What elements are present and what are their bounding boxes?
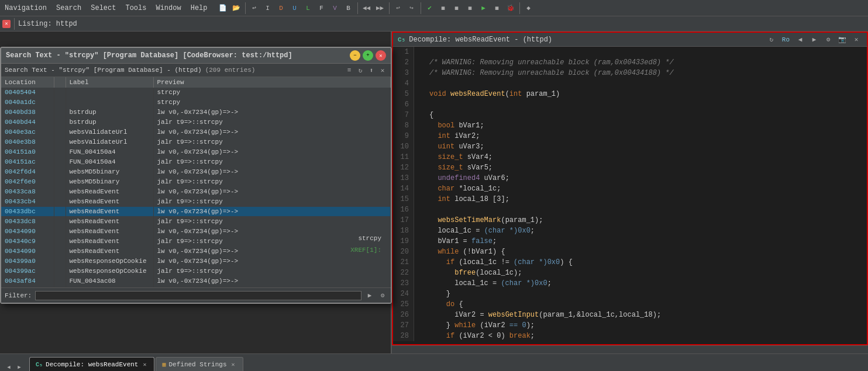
- decompiler-nav-fwd[interactable]: ▶: [808, 34, 820, 46]
- cell-location: 0043af84: [1, 276, 54, 286]
- undo-icon[interactable]: ↩: [249, 2, 260, 14]
- decompiler-title-text: C₅ Decompile: websReadEvent - (httpd): [398, 36, 552, 44]
- bug-icon[interactable]: 🐞: [505, 2, 516, 14]
- code-area[interactable]: 1 2/* WARNING: Removing unreachable bloc…: [392, 47, 868, 345]
- decompiler-close-icon[interactable]: ✕: [850, 34, 862, 46]
- menu-select[interactable]: Select: [88, 4, 118, 13]
- cell-location: 0040bd44: [1, 117, 54, 127]
- step2-icon[interactable]: ↪: [406, 2, 418, 14]
- tab-defined-strings[interactable]: ▦ Defined Strings ✕: [156, 357, 243, 371]
- table-row[interactable]: 004399ac websResponseOpCookie jalr t9=>:…: [1, 266, 391, 276]
- stop-icon[interactable]: ◼: [491, 2, 503, 14]
- open-icon[interactable]: 📂: [230, 2, 242, 14]
- table-row[interactable]: 00433dc8 websReadEvent jalr t9=>::strcpy: [1, 217, 391, 227]
- table-row[interactable]: 0040bd38 bstrdup lw v0,-0x7234(gp)=>->: [1, 108, 391, 117]
- tab-decompile-websreadevent[interactable]: C₅ Decompile: websReadEvent ✕: [29, 357, 154, 371]
- cell-preview: strcpy: [153, 98, 391, 108]
- code-line: 20 while (!bVar1) {: [393, 247, 867, 257]
- table-row[interactable]: 0040a1dc strcpy: [1, 98, 391, 108]
- filter-go-icon[interactable]: ▶: [365, 291, 374, 300]
- tool-f[interactable]: F: [316, 2, 328, 14]
- table-row[interactable]: 00434090 websReadEvent lw v0,-0x7234(gp)…: [1, 247, 391, 256]
- tool-d[interactable]: D: [275, 2, 287, 14]
- nav3-icon[interactable]: ◼: [464, 2, 476, 14]
- left-panel: Search Text - "strcpy" [Program Database…: [0, 32, 392, 353]
- results-export-icon[interactable]: ⬆: [367, 65, 376, 75]
- table-row[interactable]: 004399a0 websResponseOpCookie lw v0,-0x7…: [1, 256, 391, 266]
- menu-navigation[interactable]: Navigation: [2, 4, 49, 13]
- redo-icon[interactable]: I: [262, 2, 274, 14]
- tool-v[interactable]: V: [329, 2, 341, 14]
- menu-tools[interactable]: Tools: [123, 4, 149, 13]
- back-icon[interactable]: ◀◀: [361, 2, 373, 14]
- nav2-icon[interactable]: ◼: [451, 2, 463, 14]
- cell-location: 00433dbc: [1, 207, 54, 217]
- table-row[interactable]: 004151ac FUN_004150a4 jalr t9=>::strcpy: [1, 157, 391, 167]
- cell-namespace: websReadEvent: [66, 207, 153, 217]
- cell-label: [54, 108, 66, 117]
- cell-location: 004151ac: [1, 157, 54, 167]
- table-row[interactable]: 0040e3b8 websValidateUrl jalr t9=>::strc…: [1, 137, 391, 147]
- cell-location: 004340c9: [1, 237, 54, 247]
- table-row[interactable]: 0043af84 FUN_0043ac08 lw v0,-0x7234(gp)=…: [1, 276, 391, 286]
- table-row[interactable]: 00433dbc websReadEvent lw v0,-0x7234(gp)…: [1, 207, 391, 217]
- decompiler-settings-icon[interactable]: ⚙: [822, 34, 834, 46]
- results-table-wrapper[interactable]: Location Label Preview 00405404 strcpy 0…: [1, 77, 391, 287]
- tool-u[interactable]: U: [289, 2, 301, 14]
- run-icon[interactable]: ▶: [478, 2, 490, 14]
- horizontal-scrollbar[interactable]: [392, 345, 868, 353]
- table-row[interactable]: 00433ca8 websReadEvent lw v0,-0x7234(gp)…: [1, 187, 391, 197]
- cell-location: 004151a0: [1, 147, 54, 157]
- col-namespace[interactable]: Label: [66, 77, 153, 88]
- close-button[interactable]: ✕: [376, 50, 386, 61]
- col-label[interactable]: [54, 77, 66, 88]
- tool-l[interactable]: L: [302, 2, 314, 14]
- cell-namespace: bstrdup: [66, 108, 153, 117]
- tab-arrow-left[interactable]: ◀: [5, 363, 13, 371]
- tab-strings-close[interactable]: ✕: [230, 361, 237, 368]
- filter-settings-icon[interactable]: ⚙: [378, 291, 387, 300]
- step-icon[interactable]: ↩: [392, 2, 404, 14]
- tab-arrow-right[interactable]: ▶: [15, 363, 23, 371]
- table-row[interactable]: 0040bd44 bstrdup jalr t9=>::strcpy: [1, 117, 391, 127]
- decompiler-nav-back[interactable]: ◀: [794, 34, 806, 46]
- table-row[interactable]: 004340c9 websReadEvent jalr t9=>::strcpy: [1, 237, 391, 247]
- sep6: [14, 18, 15, 30]
- check-icon[interactable]: ✔: [424, 2, 436, 14]
- minimize-button[interactable]: −: [350, 50, 360, 61]
- cell-label: [54, 256, 66, 266]
- results-refresh-icon[interactable]: ↻: [356, 65, 365, 75]
- maximize-button[interactable]: +: [363, 50, 373, 61]
- col-preview[interactable]: Preview: [153, 77, 391, 88]
- nav1-icon[interactable]: ◼: [438, 2, 449, 14]
- fwd-icon[interactable]: ▶▶: [374, 2, 386, 14]
- results-filter-icon[interactable]: ≡: [345, 65, 354, 75]
- tool-b[interactable]: B: [343, 2, 354, 14]
- menu-search[interactable]: Search: [54, 4, 84, 13]
- tab-decompile-close[interactable]: ✕: [141, 361, 148, 368]
- table-row[interactable]: 00434090 websReadEvent lw v0,-0x7234(gp)…: [1, 227, 391, 237]
- filter-input[interactable]: [35, 291, 361, 300]
- cell-label: [54, 117, 66, 127]
- col-location[interactable]: Location: [1, 77, 54, 88]
- diamond-icon[interactable]: ◆: [523, 2, 535, 14]
- table-row[interactable]: 00433cb4 websReadEvent jalr t9=>::strcpy: [1, 197, 391, 207]
- new-icon[interactable]: 📄: [217, 2, 229, 14]
- table-row[interactable]: 0042f6e0 websMD5binary jalr t9=>::strcpy: [1, 177, 391, 187]
- table-row[interactable]: 0042f6d4 websMD5binary lw v0,-0x7234(gp)…: [1, 167, 391, 177]
- line-number: 1: [393, 47, 414, 57]
- table-row[interactable]: 0040e3ac websValidateUrl lw v0,-0x7234(g…: [1, 127, 391, 137]
- line-content: bool bVar1;: [422, 120, 867, 131]
- decompiler-refresh-icon[interactable]: ↻: [766, 34, 777, 46]
- menu-window[interactable]: Window: [153, 4, 183, 13]
- results-close-icon[interactable]: ✕: [378, 65, 387, 75]
- line-number: 11: [393, 152, 414, 162]
- decompiler-snapshot-icon[interactable]: 📷: [836, 34, 848, 46]
- menu-help[interactable]: Help: [188, 4, 210, 13]
- close-btn[interactable]: ✕: [2, 20, 11, 28]
- line-number: 16: [393, 204, 414, 215]
- cell-label: [54, 187, 66, 197]
- menu-bar: Navigation Search Select Tools Window He…: [2, 4, 210, 13]
- table-row[interactable]: 00405404 strcpy: [1, 88, 391, 98]
- table-row[interactable]: 004151a0 FUN_004150a4 lw v0,-0x7234(gp)=…: [1, 147, 391, 157]
